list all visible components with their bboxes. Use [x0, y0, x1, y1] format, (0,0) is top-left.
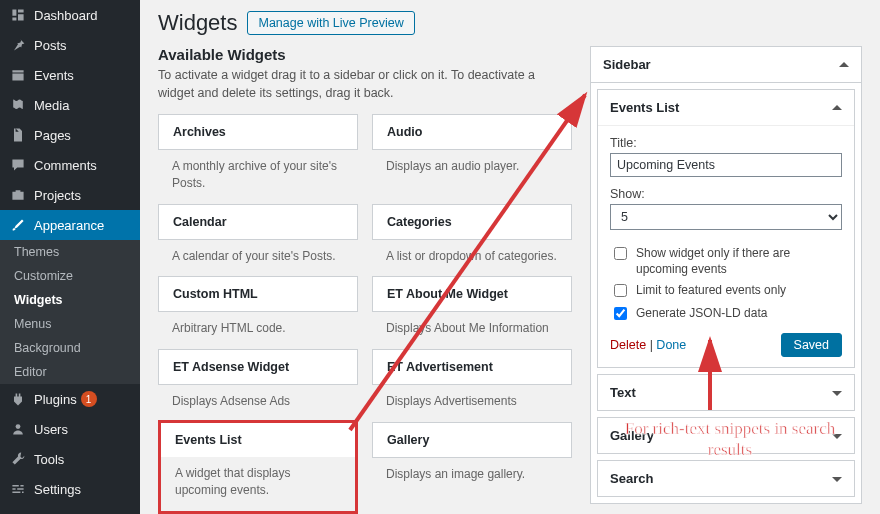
pin-icon [10, 37, 26, 53]
widget-desc: Displays About Me Information [372, 312, 572, 349]
nav-media[interactable]: Media [0, 90, 140, 120]
nav-tools[interactable]: Tools [0, 444, 140, 474]
nav-label: Projects [34, 188, 81, 203]
subnav-widgets[interactable]: Widgets [0, 288, 140, 312]
upcoming-only-checkbox[interactable] [614, 247, 627, 260]
nav-label: Posts [34, 38, 67, 53]
widget-grid: Archives A monthly archive of your site'… [158, 114, 572, 514]
subnav-menus[interactable]: Menus [0, 312, 140, 336]
widget-desc: Displays Advertisements [372, 385, 572, 422]
nav-events[interactable]: Events [0, 60, 140, 90]
widget-calendar[interactable]: Calendar [158, 204, 358, 240]
nav-projects[interactable]: Projects [0, 180, 140, 210]
nav-label: Appearance [34, 218, 104, 233]
widget-categories[interactable]: Categories [372, 204, 572, 240]
widget-desc: A list or dropdown of categories. [372, 240, 572, 277]
nav-comments[interactable]: Comments [0, 150, 140, 180]
featured-only-checkbox[interactable] [614, 284, 627, 297]
nav-settings[interactable]: Settings [0, 474, 140, 504]
widget-gallery[interactable]: Gallery [372, 422, 572, 458]
subnav-customize[interactable]: Customize [0, 264, 140, 288]
available-widgets-desc: To activate a widget drag it to a sideba… [158, 67, 572, 102]
caret-down-icon [832, 477, 842, 487]
widget-et-about-me[interactable]: ET About Me Widget [372, 276, 572, 312]
sidebar-area-header[interactable]: Sidebar [591, 47, 861, 83]
page-header: Widgets Manage with Live Preview [158, 10, 862, 36]
admin-sidebar: Dashboard Posts Events Media Pages Comme… [0, 0, 140, 514]
nav-plugins[interactable]: Plugins 1 [0, 384, 140, 414]
media-icon [10, 97, 26, 113]
pages-icon [10, 127, 26, 143]
sliders-icon [10, 481, 26, 497]
widget-audio[interactable]: Audio [372, 114, 572, 150]
checkbox-label: Show widget only if there are upcoming e… [636, 246, 842, 277]
calendar-icon [10, 67, 26, 83]
widget-et-adsense[interactable]: ET Adsense Widget [158, 349, 358, 385]
delete-link[interactable]: Delete [610, 338, 646, 352]
plugin-icon [10, 391, 26, 407]
nav-label: Pages [34, 128, 71, 143]
widget-desc: Displays an image gallery. [372, 458, 572, 495]
widget-desc: Arbitrary HTML code. [158, 312, 358, 349]
widget-archives[interactable]: Archives [158, 114, 358, 150]
subnav-themes[interactable]: Themes [0, 240, 140, 264]
nav-label: Settings [34, 482, 81, 497]
widget-desc: A widget that displays upcoming events. [161, 457, 355, 511]
widget-custom-html[interactable]: Custom HTML [158, 276, 358, 312]
portfolio-icon [10, 187, 26, 203]
text-widget-header[interactable]: Text [598, 375, 854, 410]
nav-users[interactable]: Users [0, 414, 140, 444]
comment-icon [10, 157, 26, 173]
search-widget-header[interactable]: Search [598, 461, 854, 496]
dashboard-icon [10, 7, 26, 23]
nav-label: Plugins [34, 392, 77, 407]
nav-dashboard[interactable]: Dashboard [0, 0, 140, 30]
events-list-widget-panel: Events List Title: Show: 5 Show widget o… [597, 89, 855, 368]
widget-et-advertisement[interactable]: ET Advertisement [372, 349, 572, 385]
events-list-widget-body: Title: Show: 5 Show widget only if there… [598, 126, 854, 367]
subnav-editor[interactable]: Editor [0, 360, 140, 384]
saved-button[interactable]: Saved [781, 333, 842, 357]
nav-label: Tools [34, 452, 64, 467]
widget-events-list[interactable]: Events List [161, 423, 355, 457]
widget-desc: Displays Adsense Ads [158, 385, 358, 422]
events-list-widget-header[interactable]: Events List [598, 90, 854, 126]
widget-events-list-highlighted: Events List A widget that displays upcom… [158, 420, 358, 514]
checkbox-label: Limit to featured events only [636, 283, 786, 299]
user-icon [10, 421, 26, 437]
widget-desc: Displays an audio player. [372, 150, 572, 187]
events-list-widget-title: Events List [610, 100, 679, 115]
svg-point-0 [16, 424, 21, 429]
caret-down-icon [832, 391, 842, 401]
nav-pages[interactable]: Pages [0, 120, 140, 150]
nav-posts[interactable]: Posts [0, 30, 140, 60]
nav-appearance[interactable]: Appearance [0, 210, 140, 240]
brush-icon [10, 217, 26, 233]
sidebar-area-title: Sidebar [603, 57, 651, 72]
widget-title: Text [610, 385, 636, 400]
annotation-text: For rich-text snippets in search results [620, 418, 840, 461]
done-link[interactable]: Done [656, 338, 686, 352]
plugin-update-badge: 1 [81, 391, 97, 407]
widget-desc: A calendar of your site's Posts. [158, 240, 358, 277]
nav-label: Comments [34, 158, 97, 173]
widget-title: Search [610, 471, 653, 486]
jsonld-checkbox[interactable] [614, 307, 627, 320]
live-preview-button[interactable]: Manage with Live Preview [247, 11, 414, 35]
main-content: Widgets Manage with Live Preview Availab… [140, 0, 880, 514]
checkbox-label: Generate JSON-LD data [636, 306, 767, 322]
available-widgets-column: Available Widgets To activate a widget d… [158, 46, 572, 514]
title-input[interactable] [610, 153, 842, 177]
wrench-icon [10, 451, 26, 467]
show-select[interactable]: 5 [610, 204, 842, 230]
nav-label: Media [34, 98, 69, 113]
caret-up-icon [839, 57, 849, 67]
page-title: Widgets [158, 10, 237, 36]
nav-label: Users [34, 422, 68, 437]
available-widgets-heading: Available Widgets [158, 46, 572, 63]
title-label: Title: [610, 136, 842, 150]
show-label: Show: [610, 187, 842, 201]
widget-desc: A monthly archive of your site's Posts. [158, 150, 358, 204]
subnav-background[interactable]: Background [0, 336, 140, 360]
nav-label: Dashboard [34, 8, 98, 23]
